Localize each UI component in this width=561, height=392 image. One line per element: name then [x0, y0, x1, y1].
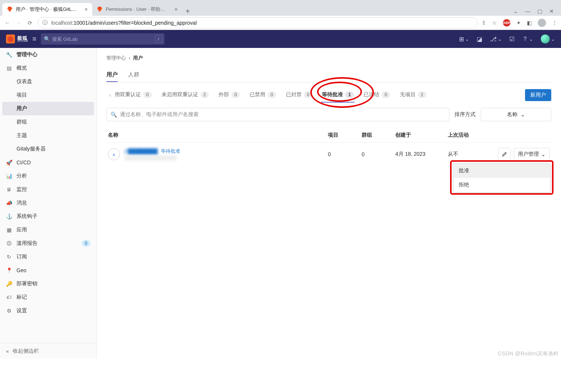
sidebar-item-settings[interactable]: ⚙设置: [0, 304, 96, 317]
sidebar-item-apps[interactable]: ▦应用: [0, 223, 96, 237]
breadcrumb-root[interactable]: 管理中心: [106, 55, 126, 61]
sidebar-item-projects[interactable]: 项目: [0, 88, 96, 102]
table-row: ▲ P████████ 等待批准 0 0 4月 18, 2: [106, 143, 551, 166]
sidebar-item-hooks[interactable]: ⚓系统钩子: [0, 210, 96, 223]
help-icon[interactable]: ？⌄: [522, 35, 533, 43]
filter-2fa-disabled[interactable]: 未启用双重认证2: [161, 88, 210, 103]
chart-icon: 📊: [6, 173, 12, 179]
sidebar-item-labels[interactable]: 🏷标记: [0, 291, 96, 304]
sidebar-item-analytics[interactable]: 📊分析: [0, 169, 96, 183]
share-icon[interactable]: ⇪: [482, 20, 486, 26]
close-icon[interactable]: ×: [85, 6, 88, 12]
chevron-down-icon[interactable]: ⌄: [512, 8, 519, 14]
brand-logo[interactable]: 极狐 GITLAB: [6, 34, 28, 43]
app-topnav: 极狐 GITLAB ≡ 🔍 / ⊞ ⌄ ◪ ⎇ ⌄ ☑ ？⌄ ⌄: [0, 30, 561, 48]
monitor-icon: 🖥: [6, 186, 12, 192]
filter-no-projects[interactable]: 无项目2: [399, 88, 427, 103]
extensions-icon[interactable]: ✦: [516, 20, 521, 26]
top-tabs: 用户 人群: [106, 68, 551, 82]
user-status-tag: 等待批准: [161, 148, 180, 155]
sidebar-item-dashboard[interactable]: 仪表盘: [0, 75, 96, 88]
search-shortcut-hint: /: [155, 35, 162, 43]
filter-external[interactable]: 外部0: [218, 88, 241, 103]
user-search-input[interactable]: 🔍 通过名称、电子邮件或用户名搜索: [106, 108, 449, 121]
bookmark-icon[interactable]: ☆: [492, 20, 497, 26]
approve-option[interactable]: 批准: [453, 164, 550, 178]
window-controls: ⌄ — ▢ ✕: [509, 8, 559, 16]
sort-dropdown[interactable]: 名称 ⌄: [481, 108, 551, 121]
col-groups: 群组: [360, 128, 394, 143]
geo-icon: 📍: [6, 267, 12, 273]
sidebar-item-gitaly[interactable]: Gitaly服务器: [0, 142, 96, 156]
window-minimize[interactable]: —: [524, 8, 531, 14]
site-info-icon[interactable]: ⓘ: [42, 19, 48, 26]
sidebar-item-monitoring[interactable]: 🖥监控: [0, 183, 96, 196]
issues-icon[interactable]: ◪: [477, 36, 482, 43]
rocket-icon: 🚀: [6, 159, 12, 165]
sidebar-item-users[interactable]: 用户: [2, 102, 94, 115]
abuse-icon: ☹: [6, 240, 12, 246]
user-avatar-broken-icon: ▲: [108, 148, 120, 160]
sidepanel-icon[interactable]: ◧: [527, 20, 532, 26]
global-search-input[interactable]: [41, 33, 165, 45]
user-name-link[interactable]: P████████: [124, 148, 158, 154]
create-menu[interactable]: ⊞ ⌄: [459, 36, 469, 43]
key-icon: 🔑: [6, 281, 12, 287]
close-icon[interactable]: ×: [175, 6, 178, 12]
sort-label: 排序方式: [455, 111, 476, 118]
scroll-left-icon[interactable]: ‹: [106, 92, 114, 98]
browser-tab-1[interactable]: 用户 · 管理中心 · 极狐GitL… ×: [2, 3, 92, 16]
new-user-button[interactable]: 新用户: [525, 89, 551, 101]
tab-cohorts[interactable]: 人群: [128, 68, 139, 82]
wrench-icon: 🔧: [6, 52, 12, 58]
sidebar-item-abuse[interactable]: ☹滥用报告0: [0, 237, 96, 250]
reject-option[interactable]: 拒绝: [453, 178, 550, 192]
breadcrumb: 管理中心 › 用户: [106, 55, 551, 61]
profile-avatar[interactable]: [538, 19, 546, 27]
sidebar-header[interactable]: 🔧 管理中心: [0, 48, 96, 61]
filter-2fa-enabled[interactable]: 用双重认证0: [114, 88, 153, 103]
filter-pending-approval[interactable]: 等待批准1: [321, 88, 355, 103]
filter-deactivated[interactable]: 已禁用0: [249, 88, 277, 103]
col-activity: 上次活动: [446, 128, 495, 143]
sidebar-item-topics[interactable]: 主题: [0, 129, 96, 142]
address-bar[interactable]: ⓘ localhost:10001/admin/users?filter=blo…: [37, 17, 478, 28]
filter-banned[interactable]: 已封禁0: [285, 88, 313, 103]
gitlab-favicon: [7, 6, 13, 12]
subscription-icon: ↻: [6, 254, 12, 260]
todos-icon[interactable]: ☑: [509, 36, 515, 43]
sidebar-item-groups[interactable]: 群组: [0, 115, 96, 129]
sidebar-item-geo[interactable]: 📍Geo: [0, 264, 96, 277]
abp-icon[interactable]: ABP: [503, 19, 510, 27]
nav-reload-icon[interactable]: ⟳: [26, 20, 34, 26]
tag-icon: 🏷: [6, 294, 12, 300]
chevron-down-icon: ⌄: [541, 151, 546, 157]
user-admin-menu: 批准 拒绝: [453, 163, 551, 192]
kebab-menu-icon[interactable]: ⋮: [552, 20, 557, 26]
new-tab-button[interactable]: +: [182, 7, 193, 16]
col-projects: 项目: [326, 128, 360, 143]
sidebar-item-cicd[interactable]: 🚀CI/CD: [0, 156, 96, 169]
browser-tab-2[interactable]: Permissions · User · 帮助… ×: [92, 3, 182, 16]
collapse-icon: «: [6, 348, 9, 354]
sidebar-collapse-toggle[interactable]: « 收起侧边栏: [0, 343, 96, 359]
tab-users[interactable]: 用户: [106, 68, 118, 82]
gitlab-favicon: [97, 6, 103, 12]
user-admin-dropdown[interactable]: 用户管理 ⌄: [514, 148, 550, 161]
nav-back-icon[interactable]: ←: [4, 20, 11, 26]
edit-user-button[interactable]: [498, 148, 511, 161]
filter-blocked[interactable]: 已冻结0: [363, 88, 391, 103]
col-name: 名称: [106, 128, 326, 143]
sidebar-item-overview[interactable]: ▤ 概览: [0, 61, 96, 75]
browser-chrome: 用户 · 管理中心 · 极狐GitL… × Permissions · User…: [0, 0, 561, 30]
sidebar-item-subscription[interactable]: ↻订阅: [0, 250, 96, 264]
sidebar-item-deploykeys[interactable]: 🔑部署密钥: [0, 277, 96, 291]
user-menu[interactable]: ⌄: [541, 34, 555, 43]
user-avatar: [541, 34, 550, 43]
abuse-count-badge: 0: [82, 240, 90, 247]
window-close[interactable]: ✕: [548, 8, 555, 14]
hamburger-icon[interactable]: ≡: [32, 35, 36, 43]
sidebar-item-messages[interactable]: 📣消息: [0, 196, 96, 210]
merge-requests-icon[interactable]: ⎇ ⌄: [490, 36, 502, 43]
window-maximize[interactable]: ▢: [536, 8, 543, 14]
